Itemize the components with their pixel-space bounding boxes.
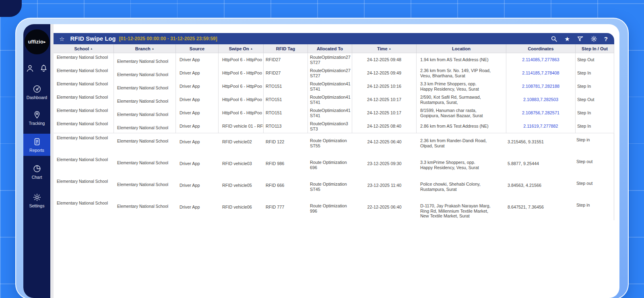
brand-arrow-icon: ▸ [44,40,46,44]
cell-branch: Elementary National School [114,106,176,120]
sidebar-item-dashboard[interactable]: Dashboard [23,81,50,103]
app-header-bar: ☆ RFID Swipe Log [01-12-2025 00:00:00 - … [54,33,614,44]
cell-swipe-on: HttpPool 6 - HttpPoo [219,66,264,80]
cell-step: Step In [576,120,614,133]
column-header-rfid-tag[interactable]: RFID Tag [264,44,308,53]
table-header-row: School▲ Branch▲ Source Swipe On▲ RFID Ta… [54,44,614,53]
cell-branch: Elementary National School [114,93,176,106]
gear-icon[interactable] [590,35,597,42]
cell-branch: Elementary National School [114,80,176,93]
cell-step: Step In [576,106,614,120]
sidebar-nav: Dashboard Tracking Reports [23,77,50,211]
help-icon[interactable]: ? [604,36,608,42]
coordinates-link[interactable]: 2.114085,7.277863 [522,57,559,62]
cell-location: 1.94 km from AS Test Address (NE) [417,53,506,66]
table-row: Elementary National School Elementary Na… [54,177,614,199]
cell-allocated-to: Route Optimization ST55 [308,133,352,155]
table-row: Elementary National School Elementary Na… [54,106,614,120]
cell-source: Driver App [176,93,219,106]
coordinates-link[interactable]: 2.10883,7.282503 [523,97,558,102]
cell-school: Elementary National School [54,177,114,199]
cell-step: Step In [576,66,614,80]
cell-swipe-on: HttpPool 6 - HttpPoo [219,106,264,120]
app-window-frame: uffizio▸ Dashboard [15,18,629,298]
cell-school: Elementary National School [54,106,114,120]
cell-allocated-to: RouteOptimization41 ST41 [308,80,352,93]
reports-icon [33,137,41,146]
column-header-time[interactable]: Time▲ [352,44,417,53]
coordinates-link[interactable]: 2.108781,7.282188 [522,84,559,89]
column-header-coordinates[interactable]: Coordinates [506,44,576,53]
cell-school: Elementary National School [54,120,114,133]
date-range[interactable]: [01-12-2025 00:00:00 - 31-12-2025 23:59:… [119,36,217,41]
pie-chart-icon [33,164,41,173]
cell-school: Elementary National School [54,133,114,155]
cell-time: 24-12-2025 09:49 [352,66,417,80]
table-row: Elementary National School Elementary Na… [54,199,614,220]
table-row: Elementary National School Elementary Na… [54,120,614,133]
search-icon[interactable] [551,35,557,42]
cell-swipe-on: RFID vehicle02 [219,133,264,155]
cell-location: 2/590, Kot Safil Rd, Surmawad, Rustampur… [417,93,506,106]
cell-rfid-tag: RTO151 [264,106,308,120]
sidebar-item-chart[interactable]: Chart [23,161,50,183]
cell-branch: Elementary National School [114,199,176,220]
cell-time: 24-12-2025 06:40 [352,133,417,155]
cell-time: 23-12-2025 11:40 [352,177,417,199]
cell-location: 8/1599, Hanuman char rasta, Gopipura, Na… [417,106,506,120]
sidebar-item-reports[interactable]: Reports [23,134,50,156]
table-body-group-2: Elementary National School Elementary Na… [54,133,614,220]
filter-icon[interactable] [577,35,584,42]
column-header-swipe-on[interactable]: Swipe On▲ [219,44,264,53]
cell-step: Step out [576,155,614,177]
cell-location: 3.3 kmPrime Shoppers, opp. Happy Residen… [417,155,506,177]
cell-source: Driver App [176,66,219,80]
coordinates-link[interactable]: 2.108756,7.282571 [522,110,559,116]
cell-time: 24-12-2025 10:17 [352,93,417,106]
cell-rfid-tag: RFID 666 [264,177,308,199]
cell-school: Elementary National School [54,66,114,80]
background-window-corner [0,0,22,17]
cell-allocated-to: Route Optimization 996 [308,199,352,220]
coordinates-link[interactable]: 2.114185,7.278408 [522,70,559,76]
coordinates-text: 3.215456, 9.31551 [508,139,544,145]
cell-swipe-on: HttpPool 6 - HttpPoo [219,80,264,93]
cell-time: 23-12-2025 09:30 [352,155,417,177]
coordinates-text: 3.84563, 4.21566 [508,183,541,188]
sidebar-item-tracking[interactable]: Tracking [23,107,50,129]
cell-source: Driver App [176,155,219,177]
sidebar-item-label: Chart [32,175,42,180]
table-body-group-1: Elementary National School Elementary Na… [54,53,614,133]
cell-time: 24-12-2025 09:48 [352,53,417,66]
sort-asc-icon: ▲ [152,47,154,50]
cell-branch: Elementary National School [114,120,176,133]
favorite-star-icon[interactable]: ☆ [59,36,64,42]
cell-source: Driver App [176,53,219,66]
cell-source: Driver App [176,199,219,220]
bell-icon[interactable] [39,64,48,72]
cell-allocated-to: RouteOptimization27 ST27 [308,66,352,80]
cell-rfid-tag: RTO113 [264,120,308,133]
column-header-branch[interactable]: Branch▲ [114,44,176,53]
column-header-allocated-to[interactable]: Allocated To [308,44,352,53]
sidebar-item-label: Dashboard [27,95,47,100]
column-header-location[interactable]: Location [417,44,506,53]
sort-asc-icon: ▲ [389,47,391,50]
cell-school: Elementary National School [54,80,114,93]
column-header-step-in-out[interactable]: Step In / Out [576,44,614,53]
tracking-pin-icon [33,110,41,119]
star-icon[interactable]: ★ [564,36,570,42]
coordinates-link[interactable]: 2.11619,7.277882 [523,124,558,129]
cell-step: Step Out [576,53,614,66]
table-row: Elementary National School Elementary Na… [54,93,614,106]
cell-source: Driver App [176,177,219,199]
column-header-source[interactable]: Source [176,44,219,53]
cell-rfid-tag: RTO151 [264,93,308,106]
cell-swipe-on: RFID vehicle03 [219,155,264,177]
cell-school: Elementary National School [54,155,114,177]
column-header-school[interactable]: School▲ [54,44,114,53]
sidebar-item-settings[interactable]: Settings [23,189,50,211]
user-icon[interactable] [26,64,34,72]
table-row: Elementary National School Elementary Na… [54,133,614,155]
vertical-scrollbar[interactable] [50,24,54,298]
